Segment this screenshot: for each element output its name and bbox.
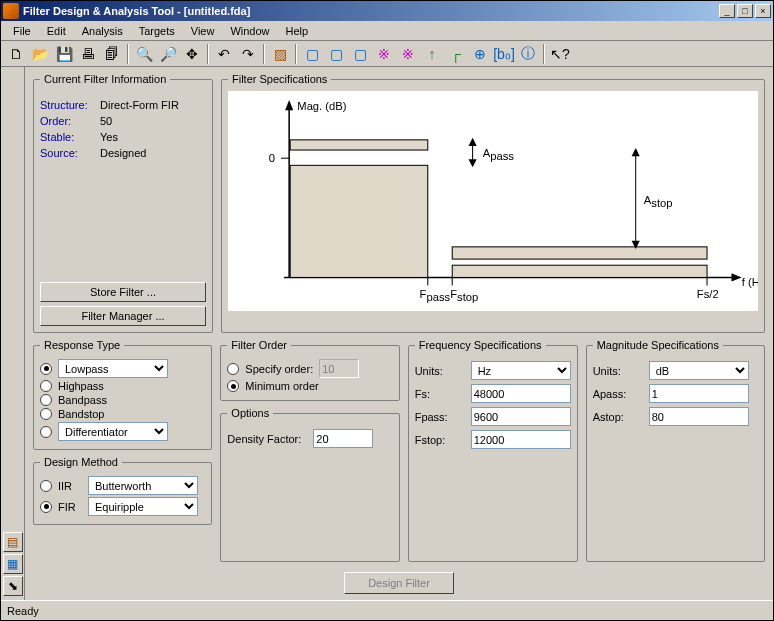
radio-lowpass[interactable] <box>40 363 52 375</box>
new-icon[interactable]: 🗋 <box>5 43 27 65</box>
freq-spec-group: Frequency Specifications Units: Hz Fs: F… <box>408 339 578 562</box>
open-icon[interactable]: 📂 <box>29 43 51 65</box>
options-group: Options Density Factor: <box>220 407 399 562</box>
zoom-in-icon[interactable]: 🔍 <box>133 43 155 65</box>
menu-analysis[interactable]: Analysis <box>74 23 131 39</box>
main-panel: Current Filter Information Structure:Dir… <box>25 67 773 600</box>
maximize-button[interactable]: □ <box>737 4 753 18</box>
radio-specify-order[interactable] <box>227 363 239 375</box>
impulse-response-icon[interactable]: ↑ <box>421 43 443 65</box>
freq-spec-legend: Frequency Specifications <box>415 339 546 351</box>
svg-text:Fpass: Fpass <box>420 288 451 303</box>
freq-units-select[interactable]: Hz <box>471 361 571 380</box>
fstop-input[interactable] <box>471 430 571 449</box>
fpass-input[interactable] <box>471 407 571 426</box>
svg-marker-16 <box>469 159 477 167</box>
svg-text:Astop: Astop <box>644 194 673 209</box>
toolbar-sep-5 <box>543 44 545 64</box>
status-text: Ready <box>7 605 39 617</box>
radio-bandstop[interactable] <box>40 408 52 420</box>
toolbar: 🗋 📂 💾 🖶 🗐 🔍 🔎 ✥ ↶ ↷ ▨ ▢ ▢ ▢ ※ ※ ↑ ┌ ⊕ [b… <box>1 41 773 67</box>
cfi-legend: Current Filter Information <box>40 73 170 85</box>
svg-rect-7 <box>452 247 707 259</box>
step-response-icon[interactable]: ┌ <box>445 43 467 65</box>
fpass-label: Fpass: <box>415 411 465 423</box>
title-bar[interactable]: Filter Design & Analysis Tool - [untitle… <box>1 1 773 21</box>
current-filter-info-group: Current Filter Information Structure:Dir… <box>33 73 213 333</box>
coefficients-icon[interactable]: [b₀] <box>493 43 515 65</box>
specify-order-label: Specify order: <box>245 363 313 375</box>
svg-rect-4 <box>290 140 428 150</box>
menu-edit[interactable]: Edit <box>39 23 74 39</box>
menu-help[interactable]: Help <box>278 23 317 39</box>
mag-phase-icon[interactable]: ▢ <box>349 43 371 65</box>
pole-zero-icon[interactable]: ⊕ <box>469 43 491 65</box>
stable-label: Stable: <box>40 131 100 143</box>
svg-rect-5 <box>290 165 428 277</box>
filter-spec-icon[interactable]: ▨ <box>269 43 291 65</box>
bandstop-label: Bandstop <box>58 408 104 420</box>
phase-delay-icon[interactable]: ※ <box>397 43 419 65</box>
mag-response-icon[interactable]: ▢ <box>301 43 323 65</box>
toolbar-sep-4 <box>295 44 297 64</box>
filter-order-legend: Filter Order <box>227 339 291 351</box>
fs-label: Fs: <box>415 388 465 400</box>
design-method-legend: Design Method <box>40 456 122 468</box>
toolbar-sep-2 <box>207 44 209 64</box>
radio-differentiator[interactable] <box>40 426 52 438</box>
svg-marker-3 <box>732 273 742 281</box>
svg-marker-15 <box>469 138 477 146</box>
launch-design-icon[interactable]: ▤ <box>3 532 23 552</box>
design-method-group: Design Method IIR Butterworth FIR Equiri… <box>33 456 212 525</box>
source-label: Source: <box>40 147 100 159</box>
radio-iir[interactable] <box>40 480 52 492</box>
launch-polezero-icon[interactable]: ⬊ <box>3 576 23 596</box>
launch-realize-icon[interactable]: ▦ <box>3 554 23 574</box>
structure-label: Structure: <box>40 99 100 111</box>
density-factor-input[interactable] <box>313 429 373 448</box>
mag-units-select[interactable]: dB <box>649 361 749 380</box>
print-icon[interactable]: 🖶 <box>77 43 99 65</box>
pan-icon[interactable]: ✥ <box>181 43 203 65</box>
response-type-group: Response Type Lowpass Highpass Bandpass … <box>33 339 212 450</box>
radio-fir[interactable] <box>40 501 52 513</box>
menu-targets[interactable]: Targets <box>131 23 183 39</box>
toolbar-sep <box>127 44 129 64</box>
menu-view[interactable]: View <box>183 23 223 39</box>
source-value: Designed <box>100 147 146 159</box>
fs-input[interactable] <box>471 384 571 403</box>
menu-window[interactable]: Window <box>222 23 277 39</box>
radio-highpass[interactable] <box>40 380 52 392</box>
phase-response-icon[interactable]: ▢ <box>325 43 347 65</box>
save-icon[interactable]: 💾 <box>53 43 75 65</box>
group-delay-icon[interactable]: ※ <box>373 43 395 65</box>
svg-text:Fstop: Fstop <box>450 288 478 303</box>
design-filter-button[interactable]: Design Filter <box>344 572 454 594</box>
radio-minimum-order[interactable] <box>227 380 239 392</box>
apass-input[interactable] <box>649 384 749 403</box>
context-help-icon[interactable]: ↖? <box>549 43 571 65</box>
fir-select[interactable]: Equiripple <box>88 497 198 516</box>
close-button[interactable]: × <box>755 4 771 18</box>
lowpass-select[interactable]: Lowpass <box>58 359 168 378</box>
astop-input[interactable] <box>649 407 749 426</box>
minimize-button[interactable]: _ <box>719 4 735 18</box>
menu-file[interactable]: File <box>5 23 39 39</box>
filter-spec-plot: Mag. (dB) f (Hz) 0 <box>228 91 758 311</box>
undo-icon[interactable]: ↶ <box>213 43 235 65</box>
filter-manager-button[interactable]: Filter Manager ... <box>40 306 206 326</box>
redo-icon[interactable]: ↷ <box>237 43 259 65</box>
order-value: 50 <box>100 115 112 127</box>
store-filter-button[interactable]: Store Filter ... <box>40 282 206 302</box>
zoom-out-icon[interactable]: 🔎 <box>157 43 179 65</box>
minimum-order-label: Minimum order <box>245 380 318 392</box>
filter-info-icon[interactable]: ⓘ <box>517 43 539 65</box>
plot-ylabel: Mag. (dB) <box>297 100 346 112</box>
iir-select[interactable]: Butterworth <box>88 476 198 495</box>
print-preview-icon[interactable]: 🗐 <box>101 43 123 65</box>
radio-bandpass[interactable] <box>40 394 52 406</box>
astop-label: Astop: <box>593 411 643 423</box>
differentiator-select[interactable]: Differentiator <box>58 422 168 441</box>
filter-order-group: Filter Order Specify order: Minimum orde… <box>220 339 399 401</box>
svg-marker-19 <box>632 148 640 156</box>
